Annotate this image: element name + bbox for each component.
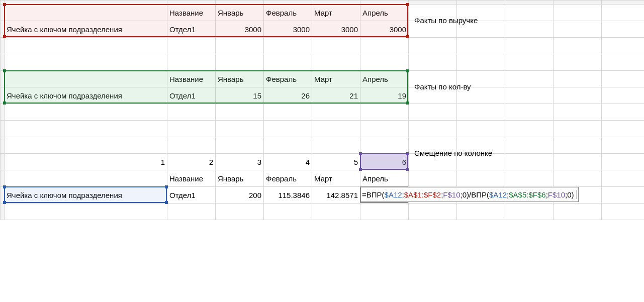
cell[interactable]: Отдел1 [167,87,216,104]
cell[interactable]: Февраль [264,170,312,187]
col-head[interactable] [360,1,409,5]
cell[interactable]: 3000 [216,21,264,38]
cell[interactable] [554,204,602,220]
col-head[interactable] [167,1,216,5]
range-handle[interactable] [3,69,6,72]
cell[interactable] [602,154,645,170]
range-handle[interactable] [3,35,6,38]
cell[interactable]: 2 [167,154,216,170]
spreadsheet[interactable]: Название Январь Февраль Март Апрель Ячей… [0,0,644,220]
cell[interactable] [505,87,554,104]
cell[interactable] [167,137,216,154]
cell[interactable]: Апрель [360,71,409,87]
cell[interactable]: 3 [216,154,264,170]
cell[interactable] [554,87,602,104]
cell[interactable] [602,121,645,137]
cell[interactable] [505,104,554,121]
cell[interactable]: Январь [216,71,264,87]
col-head[interactable] [5,1,167,5]
cell[interactable] [409,54,457,71]
cell[interactable] [264,137,312,154]
cell[interactable] [505,154,554,170]
cell[interactable] [602,54,645,71]
cell[interactable] [602,104,645,121]
row-head[interactable] [1,204,5,220]
cell[interactable] [457,170,505,187]
col-head[interactable] [554,1,602,5]
cell[interactable]: Отдел1 [167,187,216,204]
col-head[interactable] [457,1,505,5]
cell[interactable]: 200 [216,187,264,204]
cell[interactable]: Март [312,5,360,21]
cell[interactable] [360,121,409,137]
cell[interactable] [360,54,409,71]
range-handle[interactable] [3,185,6,188]
cell[interactable]: Январь [216,5,264,21]
cell[interactable]: Отдел1 [167,21,216,38]
cell[interactable]: 3000 [312,21,360,38]
cell[interactable] [264,104,312,121]
range-handle[interactable] [3,102,6,105]
cell-key[interactable]: Ячейка с ключом подразделения [5,21,167,38]
range-handle[interactable] [406,69,409,72]
cell[interactable]: Январь [216,170,264,187]
cell[interactable]: Апрель [360,5,409,21]
cell[interactable] [409,170,457,187]
cell-key[interactable]: Ячейка с ключом подразделения [5,187,167,204]
cell[interactable] [602,204,645,220]
cell[interactable] [554,38,602,54]
cell[interactable]: Февраль [264,71,312,87]
cell[interactable] [505,71,554,87]
cell[interactable] [264,121,312,137]
col-head[interactable] [505,1,554,5]
cell[interactable] [5,54,167,71]
cell[interactable] [264,204,312,220]
cell[interactable] [167,54,216,71]
row-head[interactable] [1,170,5,187]
cell[interactable] [409,121,457,137]
range-handle[interactable] [165,185,168,188]
cell[interactable] [5,5,167,21]
cell[interactable] [505,170,554,187]
row-head[interactable] [1,137,5,154]
cell[interactable]: Март [312,71,360,87]
range-handle[interactable] [406,3,409,6]
cell[interactable]: Апрель [360,170,409,187]
cell[interactable] [554,5,602,21]
cell[interactable] [216,137,264,154]
cell[interactable] [312,204,360,220]
cell[interactable] [602,170,645,187]
cell[interactable]: Название [167,170,216,187]
cell[interactable] [5,121,167,137]
row-head[interactable] [1,154,5,170]
cell[interactable] [5,170,167,187]
cell[interactable] [312,121,360,137]
cell[interactable] [602,21,645,38]
cell[interactable] [457,104,505,121]
cell[interactable] [505,5,554,21]
cell[interactable] [216,204,264,220]
cell[interactable]: 19 [360,87,409,104]
cell[interactable] [409,38,457,54]
cell[interactable]: 5 [312,154,360,170]
cell[interactable] [312,54,360,71]
cell[interactable] [216,54,264,71]
cell[interactable] [360,137,409,154]
cell[interactable]: Февраль [264,5,312,21]
cell[interactable] [554,21,602,38]
cell[interactable] [457,38,505,54]
cell[interactable] [409,204,457,220]
cell[interactable]: 6 [360,154,409,170]
cell[interactable]: 142.8571 [312,187,360,204]
cell[interactable]: 26 [264,87,312,104]
range-handle[interactable] [359,168,362,171]
cell[interactable]: 115.3846 [264,187,312,204]
cell[interactable] [505,204,554,220]
col-head[interactable] [409,1,457,5]
cell[interactable] [505,54,554,71]
cell[interactable] [602,187,645,204]
cell[interactable] [505,137,554,154]
cell[interactable] [505,21,554,38]
cell[interactable] [602,38,645,54]
range-handle[interactable] [406,152,409,155]
